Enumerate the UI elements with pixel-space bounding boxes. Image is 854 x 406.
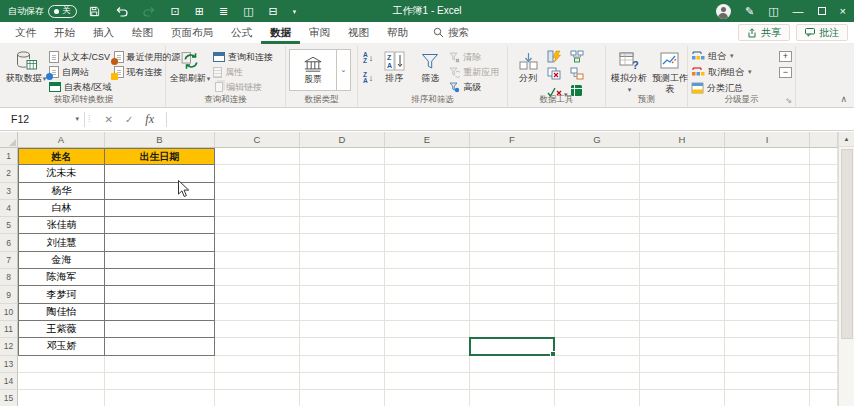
cell-H12[interactable] — [640, 338, 725, 355]
cell-I10[interactable] — [725, 304, 810, 321]
cell-E4[interactable] — [385, 200, 470, 217]
cell-D11[interactable] — [300, 321, 385, 338]
cell-H2[interactable] — [640, 165, 725, 182]
column-header-H[interactable]: H — [640, 132, 725, 148]
cell-G10[interactable] — [555, 304, 640, 321]
tab-file[interactable]: 文件 — [6, 22, 45, 44]
cell-E13[interactable] — [385, 356, 470, 373]
cell-C15[interactable] — [215, 390, 300, 406]
redo-button[interactable] — [143, 6, 156, 17]
row-header-5[interactable]: 5 — [0, 217, 18, 234]
cell-F10[interactable] — [470, 304, 555, 321]
column-header-C[interactable]: C — [215, 132, 300, 148]
cell-H6[interactable] — [640, 234, 725, 251]
cell-G12[interactable] — [555, 338, 640, 355]
filter-button[interactable]: 筛选 — [413, 47, 447, 84]
cell-G1[interactable] — [555, 148, 640, 165]
cell-A12[interactable]: 邓玉娇 — [18, 338, 105, 355]
tab-data[interactable]: 数据 — [261, 22, 300, 44]
cell-I3[interactable] — [725, 183, 810, 200]
stocks-button[interactable]: 股票 — [290, 50, 336, 90]
ribbon-display-options-icon[interactable]: ◫ — [768, 6, 778, 17]
cell-B13[interactable] — [105, 356, 215, 373]
cell-E6[interactable] — [385, 234, 470, 251]
cell-F4[interactable] — [470, 200, 555, 217]
cell-D3[interactable] — [300, 183, 385, 200]
tab-help[interactable]: 帮助 — [378, 22, 417, 44]
cell-D12[interactable] — [300, 338, 385, 355]
cell-D6[interactable] — [300, 234, 385, 251]
cell-F5[interactable] — [470, 217, 555, 234]
cell-H3[interactable] — [640, 183, 725, 200]
cell-F6[interactable] — [470, 234, 555, 251]
cell-B6[interactable] — [105, 234, 215, 251]
close-button[interactable]: × — [840, 6, 846, 17]
cell-A13[interactable] — [18, 356, 105, 373]
cell-E3[interactable] — [385, 183, 470, 200]
tab-home[interactable]: 开始 — [45, 22, 84, 44]
cell-B11[interactable] — [105, 321, 215, 338]
account-avatar[interactable] — [716, 4, 731, 19]
row-header-6[interactable]: 6 — [0, 234, 18, 251]
cell-E9[interactable] — [385, 286, 470, 303]
cell-B14[interactable] — [105, 373, 215, 390]
cell-D14[interactable] — [300, 373, 385, 390]
cell-A6[interactable]: 刘佳慧 — [18, 234, 105, 251]
cell-I9[interactable] — [725, 286, 810, 303]
cell-H11[interactable] — [640, 321, 725, 338]
cell-E12[interactable] — [385, 338, 470, 355]
cell-E8[interactable] — [385, 269, 470, 286]
cell-I14[interactable] — [725, 373, 810, 390]
tab-formulas[interactable]: 公式 — [222, 22, 261, 44]
cell-C12[interactable] — [215, 338, 300, 355]
cancel-icon[interactable]: ✕ — [105, 114, 113, 125]
sort-ascending-button[interactable]: AZ↓ — [361, 50, 375, 66]
cell-A15[interactable] — [18, 390, 105, 406]
cell-A9[interactable]: 李梦珂 — [18, 286, 105, 303]
tab-view[interactable]: 视图 — [339, 22, 378, 44]
cell-E5[interactable] — [385, 217, 470, 234]
cell-C9[interactable] — [215, 286, 300, 303]
collapse-ribbon-icon[interactable]: ∧ — [840, 95, 847, 104]
from-table-range-button[interactable]: 自表格/区域 — [49, 80, 112, 94]
formula-input[interactable] — [167, 108, 854, 130]
cell-H14[interactable] — [640, 373, 725, 390]
cell-G3[interactable] — [555, 183, 640, 200]
cell-J12[interactable] — [810, 338, 838, 355]
cell-A3[interactable]: 杨华 — [18, 183, 105, 200]
maximize-button[interactable] — [818, 5, 826, 17]
cell-C14[interactable] — [215, 373, 300, 390]
tab-insert[interactable]: 插入 — [84, 22, 123, 44]
tab-page-layout[interactable]: 页面布局 — [162, 22, 222, 44]
cell-H5[interactable] — [640, 217, 725, 234]
cell-J4[interactable] — [810, 200, 838, 217]
row-header-7[interactable]: 7 — [0, 252, 18, 269]
cell-D1[interactable] — [300, 148, 385, 165]
column-header-G[interactable]: G — [555, 132, 640, 148]
clear-filter-button[interactable]: 清除 — [449, 50, 499, 64]
cell-B5[interactable] — [105, 217, 215, 234]
cell-F12[interactable] — [470, 338, 555, 355]
cell-E2[interactable] — [385, 165, 470, 182]
enter-icon[interactable]: ✓ — [125, 114, 133, 125]
cell-C5[interactable] — [215, 217, 300, 234]
advanced-filter-button[interactable]: 高级 — [449, 80, 499, 94]
row-header-3[interactable]: 3 — [0, 183, 18, 200]
row-header-13[interactable]: 13 — [0, 356, 18, 373]
cell-G9[interactable] — [555, 286, 640, 303]
cell-A10[interactable]: 陶佳怡 — [18, 304, 105, 321]
cell-C13[interactable] — [215, 356, 300, 373]
cell-A4[interactable]: 白林 — [18, 200, 105, 217]
cell-F1[interactable] — [470, 148, 555, 165]
cell-E10[interactable] — [385, 304, 470, 321]
qat-custom-button-1[interactable]: ⊡ — [171, 6, 180, 17]
cell-G14[interactable] — [555, 373, 640, 390]
row-header-1[interactable]: 1 — [0, 148, 18, 165]
cell-D2[interactable] — [300, 165, 385, 182]
cell-G13[interactable] — [555, 356, 640, 373]
cell-G2[interactable] — [555, 165, 640, 182]
from-text-csv-button[interactable]: 从文本/CSV — [49, 50, 112, 64]
cell-D9[interactable] — [300, 286, 385, 303]
cell-I2[interactable] — [725, 165, 810, 182]
consolidate-button[interactable] — [570, 50, 584, 65]
